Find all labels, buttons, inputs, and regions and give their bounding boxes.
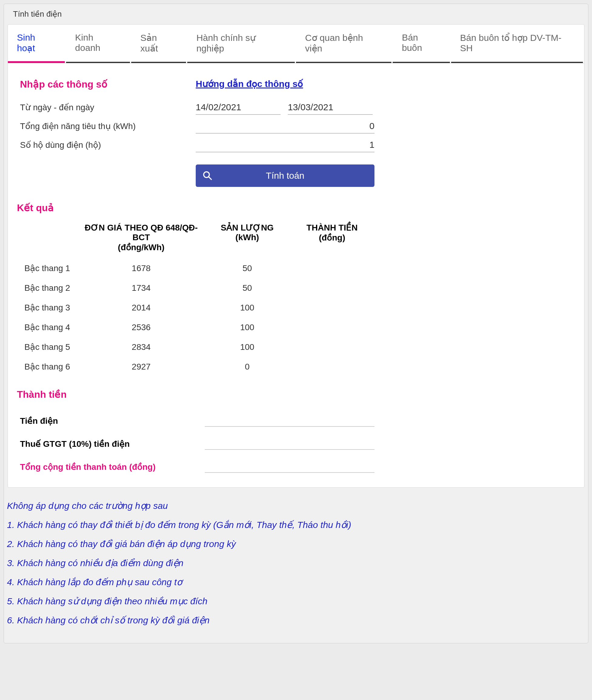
results-section: Kết quả ĐƠN GIÁ THEO QĐ 648/QĐ-BCT (đồng… [17,202,575,377]
content-area: Sinh hoạtKinh doanhSản xuấtHành chính sự… [8,24,584,488]
tab-2[interactable]: Sản xuất [131,24,186,63]
tab-1[interactable]: Kinh doanh [66,24,130,63]
note-item: 1. Khách hàng có thay đổi thiết bị đo đế… [7,519,585,530]
price-value: 2834 [78,342,205,352]
output-value: 100 [205,303,290,313]
svg-point-0 [204,172,209,178]
households-label: Số hộ dùng điện (hộ) [17,140,196,150]
panel-title: Tính tiền điện [4,4,588,24]
price-value: 1734 [78,283,205,293]
table-row: Bậc thang 629270 [17,357,393,377]
tier-label: Bậc thang 5 [17,342,78,352]
tier-label: Bậc thang 2 [17,283,78,293]
table-header: ĐƠN GIÁ THEO QĐ 648/QĐ-BCT (đồng/kWh) SẢ… [17,222,393,252]
table-row: Bậc thang 1167850 [17,258,393,278]
output-value: 50 [205,263,290,273]
tab-6[interactable]: Bán buôn tổ hợp DV-TM-SH [451,24,583,63]
price-value: 1678 [78,263,205,273]
params-title: Nhập các thông số [20,79,107,90]
total-value [205,461,375,473]
note-item: 2. Khách hàng có thay đổi giá bán điện á… [7,539,585,549]
header-price-2: (đồng/kWh) [78,242,205,252]
electricity-value [205,415,375,427]
tab-4[interactable]: Cơ quan bệnh viện [296,24,391,63]
date-to-wrapper[interactable] [288,102,373,115]
note-item: 3. Khách hàng có nhiều địa điểm dùng điệ… [7,558,585,568]
total-label: Tổng cộng tiền thanh toán (đồng) [17,462,205,472]
output-value: 0 [205,362,290,372]
tier-label: Bậc thang 1 [17,263,78,273]
price-value: 2014 [78,303,205,313]
tab-body: Nhập các thông số Hướng dẫn đọc thông số… [8,63,584,487]
results-table: ĐƠN GIÁ THEO QĐ 648/QĐ-BCT (đồng/kWh) SẢ… [17,222,393,377]
summary-section: Thành tiền Tiền điện Thuế GTGT (10%) tiề… [17,389,575,478]
summary-title: Thành tiền [17,389,575,400]
tab-0[interactable]: Sinh hoạt [8,24,65,63]
note-item: 4. Khách hàng lắp đo đếm phụ sau công tơ [7,577,585,587]
tier-label: Bậc thang 3 [17,303,78,313]
header-amount-1: THÀNH TIỀN [290,222,375,233]
tabs: Sinh hoạtKinh doanhSản xuấtHành chính sự… [8,24,584,63]
date-range-label: Từ ngày - đến ngày [17,102,196,112]
output-value: 100 [205,342,290,352]
results-title: Kết quả [17,202,575,213]
tier-label: Bậc thang 4 [17,322,78,332]
table-row: Bậc thang 42536100 [17,317,393,337]
table-row: Bậc thang 2173450 [17,278,393,298]
vat-label: Thuế GTGT (10%) tiền điện [17,439,205,449]
output-value: 50 [205,283,290,293]
vat-value [205,438,375,450]
price-value: 2927 [78,362,205,372]
output-value: 100 [205,322,290,332]
date-to-input[interactable] [288,102,403,112]
table-row: Bậc thang 32014100 [17,298,393,317]
main-panel: Tính tiền điện Sinh hoạtKinh doanhSản xu… [4,4,588,643]
note-item: 5. Khách hàng sử dụng điện theo nhiều mụ… [7,596,585,606]
header-output-1: SẢN LƯỢNG [205,222,290,233]
tab-5[interactable]: Bán buôn [393,24,450,63]
header-amount-2: (đồng) [290,233,375,243]
consumption-label: Tổng điện năng tiêu thụ (kWh) [17,121,196,131]
electricity-label: Tiền điện [17,416,205,426]
note-intro: Không áp dụng cho các trường hợp sau [7,500,585,511]
calculate-button-label: Tính toán [266,170,304,181]
tier-label: Bậc thang 6 [17,362,78,372]
header-output-2: (kWh) [205,233,290,242]
svg-line-1 [209,177,211,180]
tab-3[interactable]: Hành chính sự nghiệp [187,24,295,63]
search-icon [202,170,213,181]
table-row: Bậc thang 52834100 [17,337,393,357]
notes: Không áp dụng cho các trường hợp sau 1. … [4,491,588,643]
note-item: 6. Khách hàng có chốt chỉ số trong kỳ đổ… [7,615,585,626]
date-from-wrapper[interactable] [196,102,281,115]
calculate-button[interactable]: Tính toán [196,164,375,187]
guide-link[interactable]: Hướng dẫn đọc thông số [196,79,303,89]
consumption-input[interactable] [196,121,375,134]
households-input[interactable] [196,140,375,152]
header-price-1: ĐƠN GIÁ THEO QĐ 648/QĐ-BCT [78,222,205,242]
price-value: 2536 [78,322,205,332]
